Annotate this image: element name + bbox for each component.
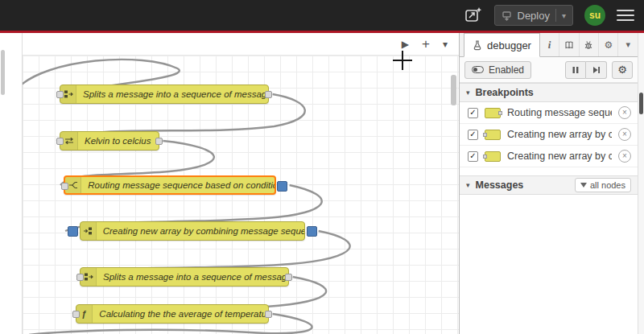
breakpoint-checkbox[interactable]: ✓ [468, 151, 478, 162]
enabled-label: Enabled [489, 64, 524, 76]
main-area: ▶ + ▾ Spli [0, 33, 644, 334]
tab-config[interactable]: ⚙ [599, 33, 618, 56]
flow-canvas[interactable]: Splits a message into a sequence of mess… [23, 56, 459, 334]
filter-all-nodes-button[interactable]: all nodes [575, 178, 631, 192]
pause-icon [572, 66, 580, 74]
paused-message-indicator[interactable] [307, 226, 317, 237]
tab-help[interactable] [559, 33, 579, 56]
flow-node-split[interactable]: Splits a message into a sequence of mess… [60, 85, 269, 104]
paused-message-indicator[interactable] [68, 226, 78, 237]
deploy-label: Deploy [518, 10, 550, 22]
section-title: Messages [476, 179, 524, 191]
tab-scroll-right-button[interactable]: ▶ [402, 39, 409, 49]
sidebar-tabbar: debugger i ⚙ [460, 33, 638, 57]
remove-breakpoint-button[interactable]: × [618, 128, 631, 141]
export-icon [464, 6, 483, 25]
check-icon: ✓ [469, 152, 476, 160]
breakpoint-checkbox[interactable]: ✓ [468, 130, 478, 140]
breakpoint-checkbox[interactable]: ✓ [468, 108, 478, 118]
debugger-icon [473, 40, 482, 51]
output-port[interactable] [155, 138, 163, 145]
output-port[interactable] [285, 274, 292, 281]
gear-icon: ⚙ [604, 39, 613, 51]
collapse-icon: ▾ [466, 89, 470, 97]
debugger-toolbar: Enabled ⚙ [460, 57, 638, 83]
add-flow-button[interactable]: + [422, 37, 430, 51]
close-icon: × [622, 152, 627, 160]
node-label: Calculating the the average of temperatu… [93, 309, 268, 319]
paused-message-indicator[interactable] [277, 181, 287, 192]
node-mini-icon [485, 108, 501, 118]
close-icon: × [622, 130, 627, 138]
input-port[interactable] [56, 91, 64, 98]
pause-button[interactable] [565, 61, 586, 79]
input-port[interactable] [76, 274, 84, 281]
palette-scrollbar[interactable] [1, 50, 5, 95]
breakpoints-section-header[interactable]: ▾ Breakpoints [460, 83, 638, 102]
sidebar: debugger i ⚙ [459, 33, 638, 334]
workspace-column: ▶ + ▾ Spli [23, 33, 459, 334]
breakpoint-row[interactable]: ✓ Creating new array by combining messag… [460, 124, 638, 146]
close-icon: × [622, 109, 627, 117]
remove-breakpoint-button[interactable]: × [618, 106, 631, 119]
collapse-icon: ▾ [466, 181, 470, 189]
flow-node-function[interactable]: ƒ Calculating the the average of tempera… [76, 304, 269, 324]
page-scrollbar[interactable] [638, 33, 644, 334]
info-icon: i [548, 39, 551, 52]
step-button[interactable] [586, 61, 607, 79]
breakpoint-label: Routing message sequence based on condit… [507, 107, 612, 118]
messages-list [460, 195, 638, 334]
avatar-initials: su [589, 10, 601, 21]
deploy-icon [502, 10, 512, 21]
main-menu-button[interactable] [617, 6, 634, 24]
flow-list-button[interactable]: ▾ [443, 39, 448, 49]
node-label: Creating new array by combining message … [97, 226, 304, 236]
node-label: Routing message sequence based on condit… [81, 180, 275, 190]
funnel-icon [580, 183, 587, 188]
input-port[interactable] [72, 311, 80, 318]
workspace-toolbar: ▶ + ▾ [23, 33, 459, 56]
deploy-options-icon[interactable]: ▾ [562, 11, 566, 20]
check-icon: ✓ [469, 130, 476, 138]
flow-node-change[interactable]: Kelvin to celcius [60, 131, 159, 151]
flow-node-split[interactable]: Splits a message into a sequence of mess… [80, 267, 289, 287]
breakpoint-label: Creating new array by combining message … [507, 151, 612, 162]
node-label: Splits a message into a sequence of mess… [76, 89, 268, 99]
toggle-icon [472, 66, 484, 73]
join-icon [80, 222, 97, 240]
header: Deploy ▾ su [0, 0, 644, 31]
node-label: Splits a message into a sequence of mess… [97, 272, 288, 282]
flow-node-switch[interactable]: Routing message sequence based on condit… [64, 175, 276, 195]
debugger-enable-toggle[interactable]: Enabled [464, 61, 531, 79]
input-port[interactable] [56, 138, 64, 145]
bug-icon [584, 40, 593, 50]
input-port[interactable] [61, 183, 68, 190]
export-button[interactable] [464, 4, 483, 27]
book-icon [564, 40, 574, 50]
page-scrollbar-thumb[interactable] [639, 93, 643, 114]
gear-icon: ⚙ [617, 64, 627, 76]
remove-breakpoint-button[interactable]: × [618, 150, 631, 163]
sidebar-tabs-menu-button[interactable]: ▾ [618, 33, 638, 56]
output-port[interactable] [265, 311, 272, 318]
canvas-scrollbar[interactable] [451, 75, 456, 105]
user-avatar[interactable]: su [584, 5, 605, 26]
flow-node-join[interactable]: Creating new array by combining message … [80, 221, 305, 241]
tab-debugger[interactable]: debugger [464, 33, 540, 57]
output-port[interactable] [265, 91, 272, 98]
messages-section-header[interactable]: ▾ Messages all nodes [460, 175, 638, 195]
palette-edge [0, 33, 23, 334]
tab-debug[interactable] [580, 33, 599, 56]
breakpoint-label: Creating new array by combining message … [507, 129, 612, 140]
node-mini-icon [485, 130, 501, 140]
breakpoint-row[interactable]: ✓ Routing message sequence based on cond… [460, 102, 638, 124]
section-title: Breakpoints [476, 87, 534, 98]
check-icon: ✓ [469, 109, 476, 117]
deploy-button[interactable]: Deploy ▾ [494, 5, 574, 26]
filter-label: all nodes [590, 180, 625, 190]
tab-info[interactable]: i [540, 33, 559, 56]
breakpoint-row[interactable]: ✓ Creating new array by combining messag… [460, 146, 638, 167]
step-icon [592, 66, 601, 74]
step-controls [565, 61, 607, 79]
debugger-settings-button[interactable]: ⚙ [612, 61, 633, 79]
